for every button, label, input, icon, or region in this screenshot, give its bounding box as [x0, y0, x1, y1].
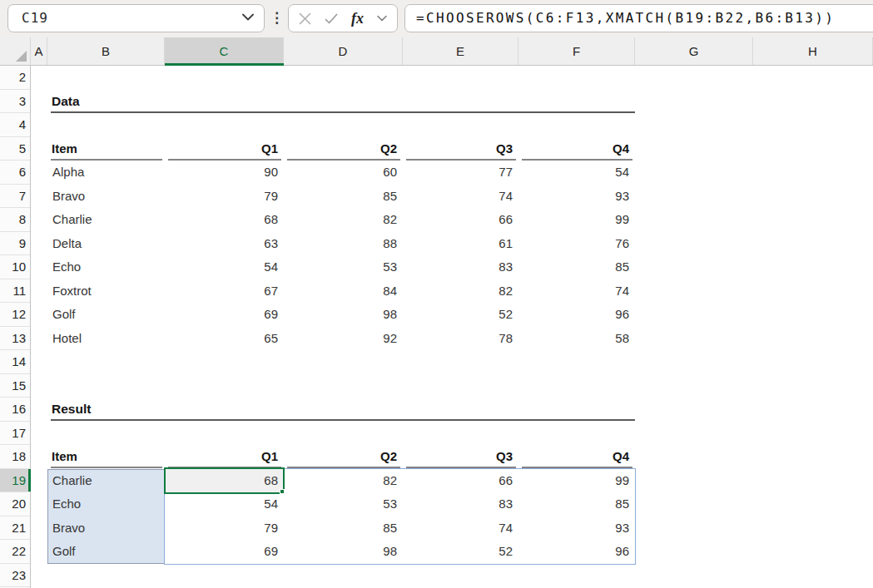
row-header-5[interactable]: 5: [0, 137, 30, 161]
insert-function-icon[interactable]: fx: [351, 10, 364, 27]
cell-B11[interactable]: Foxtrot: [48, 279, 164, 304]
cell-E7[interactable]: 74: [403, 185, 518, 209]
column-header-E[interactable]: E: [403, 37, 518, 65]
cell-B10[interactable]: Echo: [48, 255, 164, 279]
row-header-6[interactable]: 6: [0, 161, 30, 185]
cell-D21[interactable]: 85: [284, 516, 403, 541]
cell-E13[interactable]: 78: [403, 327, 518, 351]
cell-B6[interactable]: Alpha: [48, 161, 164, 185]
cell-B7[interactable]: Bravo: [48, 185, 164, 209]
cell-D5[interactable]: Q2: [284, 137, 403, 161]
cell-C12[interactable]: 69: [165, 303, 284, 327]
cell-F18[interactable]: Q4: [518, 445, 635, 469]
cell-F7[interactable]: 93: [518, 185, 635, 209]
cell-C7[interactable]: 79: [165, 185, 284, 209]
row-header-3[interactable]: 3: [0, 90, 30, 114]
cancel-icon[interactable]: [299, 12, 311, 25]
cell-D8[interactable]: 82: [284, 208, 403, 232]
cell-B9[interactable]: Delta: [48, 232, 164, 256]
cell-B18[interactable]: Item: [47, 445, 165, 469]
cell-E8[interactable]: 66: [403, 208, 518, 232]
cell-C22[interactable]: 69: [165, 540, 284, 564]
cell-D11[interactable]: 84: [284, 279, 403, 304]
column-header-F[interactable]: F: [518, 37, 635, 65]
cell-C18[interactable]: Q1: [165, 445, 284, 469]
row-header-17[interactable]: 17: [0, 422, 30, 446]
column-header-A[interactable]: A: [31, 37, 47, 65]
cell-E5[interactable]: Q3: [403, 137, 518, 161]
row-header-9[interactable]: 9: [0, 232, 30, 256]
cell-D13[interactable]: 92: [284, 327, 403, 351]
row-header-21[interactable]: 21: [0, 516, 30, 541]
cell-F12[interactable]: 96: [518, 303, 635, 327]
cell-E9[interactable]: 61: [403, 232, 518, 256]
row-header-2[interactable]: 2: [0, 66, 30, 90]
cell-B13[interactable]: Hotel: [48, 327, 164, 351]
cell-E12[interactable]: 52: [403, 303, 518, 327]
column-header-B[interactable]: B: [47, 37, 165, 65]
cell-B5[interactable]: Item: [47, 137, 165, 161]
cell-F10[interactable]: 85: [518, 255, 635, 279]
row-header-23[interactable]: 23: [0, 564, 30, 588]
cell-D10[interactable]: 53: [284, 255, 403, 279]
row-header-19[interactable]: 19: [0, 469, 30, 493]
row-header-20[interactable]: 20: [0, 492, 30, 516]
formula-input[interactable]: =CHOOSEROWS(C6:F13,XMATCH(B19:B22,B6:B13…: [404, 4, 873, 32]
enter-check-icon[interactable]: [325, 13, 338, 24]
cell-C9[interactable]: 63: [165, 232, 284, 256]
drag-handle-icon[interactable]: ⋮: [270, 3, 283, 33]
cell-D18[interactable]: Q2: [284, 445, 403, 469]
row-header-13[interactable]: 13: [0, 327, 30, 351]
row-header-8[interactable]: 8: [0, 208, 30, 232]
column-header-C[interactable]: C: [165, 37, 284, 65]
cell-E21[interactable]: 74: [403, 516, 518, 541]
chevron-down-icon[interactable]: [242, 13, 254, 21]
cell-C5[interactable]: Q1: [165, 137, 284, 161]
select-all-corner[interactable]: [0, 37, 31, 65]
row-header-18[interactable]: 18: [0, 445, 30, 469]
cell-F5[interactable]: Q4: [518, 137, 635, 161]
cell-F9[interactable]: 76: [518, 232, 635, 256]
cell-C8[interactable]: 68: [165, 208, 284, 232]
column-header-G[interactable]: G: [635, 37, 753, 65]
cell-C11[interactable]: 67: [165, 279, 284, 304]
cell-B12[interactable]: Golf: [48, 303, 164, 327]
cell-B8[interactable]: Charlie: [48, 208, 164, 232]
cell-D20[interactable]: 53: [284, 492, 403, 516]
row-header-11[interactable]: 11: [0, 279, 30, 304]
row-header-15[interactable]: 15: [0, 374, 30, 398]
cell-D6[interactable]: 60: [284, 161, 403, 185]
cell-E18[interactable]: Q3: [403, 445, 518, 469]
cell-B22[interactable]: Golf: [48, 540, 164, 564]
cell-D12[interactable]: 98: [284, 303, 403, 327]
cell-F19[interactable]: 99: [518, 469, 635, 493]
cell-F6[interactable]: 54: [518, 161, 635, 185]
cell-B21[interactable]: Bravo: [48, 516, 164, 541]
cell-B20[interactable]: Echo: [48, 492, 164, 516]
row-header-4[interactable]: 4: [0, 113, 30, 137]
cell-F8[interactable]: 99: [518, 208, 635, 232]
row-header-10[interactable]: 10: [0, 255, 30, 279]
row-header-12[interactable]: 12: [0, 303, 30, 327]
row-header-7[interactable]: 7: [0, 185, 30, 209]
cell-E11[interactable]: 82: [403, 279, 518, 304]
cell-E19[interactable]: 66: [403, 469, 518, 493]
cell-B19[interactable]: Charlie: [48, 469, 164, 493]
cell-F20[interactable]: 85: [518, 492, 635, 516]
cell-F22[interactable]: 96: [518, 540, 635, 564]
cell-C19[interactable]: 68: [165, 469, 284, 493]
cell-F13[interactable]: 58: [518, 327, 635, 351]
row-header-14[interactable]: 14: [0, 350, 30, 374]
cell-E10[interactable]: 83: [403, 255, 518, 279]
cell-C21[interactable]: 79: [165, 516, 284, 541]
cell-E20[interactable]: 83: [403, 492, 518, 516]
cell-E22[interactable]: 52: [403, 540, 518, 564]
cell-C6[interactable]: 90: [165, 161, 284, 185]
cell-D19[interactable]: 82: [284, 469, 403, 493]
cell-D7[interactable]: 85: [284, 185, 403, 209]
cell-D22[interactable]: 98: [284, 540, 403, 564]
cell-D9[interactable]: 88: [284, 232, 403, 256]
row-header-16[interactable]: 16: [0, 398, 30, 422]
cell-C10[interactable]: 54: [165, 255, 284, 279]
cell-C13[interactable]: 65: [165, 327, 284, 351]
